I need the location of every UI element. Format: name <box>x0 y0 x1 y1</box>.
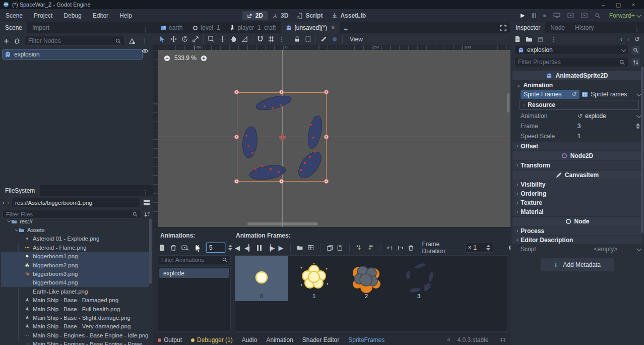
class-header-node[interactable]: Node <box>512 217 642 226</box>
frame-tile-1[interactable]: 1 <box>288 256 340 301</box>
panel-output[interactable]: Output <box>158 336 182 343</box>
maximize-button[interactable]: ▢ <box>611 2 626 8</box>
renderer-selector[interactable]: Forward+ <box>609 12 640 19</box>
movie-maker-icon[interactable] <box>595 13 601 19</box>
new-tab-icon[interactable]: + <box>340 25 352 33</box>
file-row[interactable]: biggerboom4.png <box>1 278 149 287</box>
file-row[interactable]: biggerboom3.png <box>1 269 149 278</box>
menu-debug[interactable]: Debug <box>58 12 87 19</box>
autoplay-on-load-icon[interactable] <box>181 245 189 251</box>
property-frame[interactable]: Frame 3 <box>512 121 642 131</box>
pause-button[interactable] <box>532 13 536 18</box>
play-scene-icon[interactable] <box>567 13 574 18</box>
filesystem-dock-menu-icon[interactable]: ⋮ <box>141 189 153 196</box>
context-assetlib-button[interactable]: AssetLib <box>327 11 370 20</box>
list-select-icon[interactable] <box>206 34 217 44</box>
close-tab-icon[interactable]: × <box>331 24 335 31</box>
save-resource-icon[interactable] <box>538 36 544 42</box>
move-frame-right-icon[interactable] <box>398 245 404 251</box>
filter-animations-field[interactable] <box>158 255 231 264</box>
group-editor-description[interactable]: ›Editor Description <box>512 236 642 244</box>
play-remote-icon[interactable] <box>553 13 560 18</box>
frame-tile-0[interactable]: 0 <box>235 256 288 301</box>
smart-snap-icon[interactable] <box>254 34 266 44</box>
select-mode-icon[interactable] <box>157 34 168 44</box>
history-back-icon[interactable]: ‹ <box>620 36 622 43</box>
object-history-icon[interactable]: ↺ <box>634 35 640 43</box>
folder-row[interactable]: res:// <box>1 217 149 225</box>
class-header-node2d[interactable]: Node2D <box>512 151 642 160</box>
filter-properties-field[interactable] <box>514 57 628 67</box>
new-resource-icon[interactable] <box>514 36 521 42</box>
panel-audio[interactable]: Audio <box>242 336 257 343</box>
selection-handle[interactable] <box>234 179 239 184</box>
menu-editor[interactable]: Editor <box>87 12 114 19</box>
menu-project[interactable]: Project <box>28 12 58 19</box>
play-from-start-icon[interactable]: ▕▶ <box>266 245 274 251</box>
update-spinner-icon[interactable]: ŦŦ <box>500 337 505 343</box>
panel-spriteframes[interactable]: SpriteFrames <box>348 336 384 343</box>
attach-script-shortcut-icon[interactable] <box>128 38 136 44</box>
revert-property-icon[interactable]: ↺ <box>571 91 576 98</box>
skeleton-options-icon[interactable] <box>318 34 329 44</box>
resource-expand-row[interactable]: ›Resource <box>520 100 639 110</box>
instantiate-scene-icon[interactable] <box>14 38 21 44</box>
selection-handle[interactable] <box>324 179 329 184</box>
group-selected-icon[interactable] <box>302 34 313 44</box>
insert-frame-before-icon[interactable] <box>356 245 362 251</box>
class-header-animatedsprite2d[interactable]: AnimatedSprite2D <box>512 71 642 80</box>
class-header-canvasitem[interactable]: CanvasItem <box>512 170 642 180</box>
property-sprite-frames[interactable]: Sprite Frames ↺ SpriteFrames <box>512 89 642 99</box>
stop-button[interactable]: ■ <box>543 13 546 18</box>
move-frame-left-icon[interactable] <box>387 245 393 251</box>
file-row[interactable]: Main Ship - Base - Full health.png <box>1 305 149 313</box>
context-3d-button[interactable]: 3D <box>268 11 293 20</box>
delete-animation-icon[interactable] <box>170 245 176 251</box>
lock-selected-icon[interactable] <box>291 34 302 44</box>
add-node-icon[interactable] <box>3 38 10 44</box>
resource-options-icon[interactable]: ⋮ <box>549 36 559 43</box>
folder-row[interactable]: Assets <box>1 225 149 234</box>
animation-speed-spinbox[interactable] <box>206 243 225 253</box>
panel-debugger[interactable]: Debugger (1) <box>191 336 233 343</box>
context-script-button[interactable]: Script <box>293 11 327 20</box>
grid-snap-icon[interactable] <box>266 34 277 44</box>
pan-mode-icon[interactable] <box>228 34 239 44</box>
snap-options-icon[interactable]: ⋮ <box>277 36 287 43</box>
mesh-options-icon[interactable] <box>329 34 340 44</box>
canvas-h-scrollbar[interactable] <box>247 222 318 225</box>
group-offset[interactable]: ›Offset <box>512 142 642 150</box>
scene-tab-earth[interactable]: earth <box>156 22 187 33</box>
tab-scene[interactable]: Scene <box>0 22 27 33</box>
zoom-out-icon[interactable] <box>164 55 170 62</box>
add-frame-from-file-icon[interactable] <box>297 245 303 251</box>
delete-frame-icon[interactable] <box>408 245 414 251</box>
scene-tree-options-icon[interactable]: ⋮ <box>140 37 150 44</box>
selection-handle[interactable] <box>234 90 239 94</box>
filter-nodes-field[interactable] <box>25 36 124 46</box>
history-forward-icon[interactable]: › <box>627 36 629 43</box>
group-process[interactable]: ›Process <box>512 226 642 235</box>
file-row[interactable]: biggerboom1.png <box>1 252 149 261</box>
add-metadata-button[interactable]: + Add Metadata <box>541 258 614 271</box>
frame-duration-spinbox[interactable]: × 1 <box>465 243 493 253</box>
selection-handle[interactable] <box>324 90 329 94</box>
scale-mode-icon[interactable] <box>190 34 201 44</box>
play-frames-icon[interactable]: ▶ <box>279 245 284 251</box>
toggle-split-mode-icon[interactable] <box>143 199 150 206</box>
property-speed-scale[interactable]: Speed Scale 1 <box>512 131 642 141</box>
add-frames-from-sheet-icon[interactable] <box>308 245 313 251</box>
file-row[interactable]: Asteroid 01 - Explode.png <box>1 235 149 243</box>
group-ordering[interactable]: ›Ordering <box>512 189 642 198</box>
expand-viewport-icon[interactable] <box>500 25 506 31</box>
insert-frame-after-icon[interactable] <box>367 245 373 251</box>
paste-frame-icon[interactable] <box>337 245 343 251</box>
property-script[interactable]: Script <empty> <box>512 244 642 254</box>
selection-handle[interactable] <box>279 90 284 94</box>
move-mode-icon[interactable] <box>168 34 179 44</box>
ruler-mode-icon[interactable] <box>239 34 250 44</box>
animation-list-item[interactable]: explode <box>159 268 229 278</box>
object-selector[interactable]: explosion <box>514 45 628 55</box>
file-row[interactable]: Main Ship - Engines - Base Engine - Idle… <box>1 331 149 339</box>
load-resource-icon[interactable] <box>526 36 533 42</box>
